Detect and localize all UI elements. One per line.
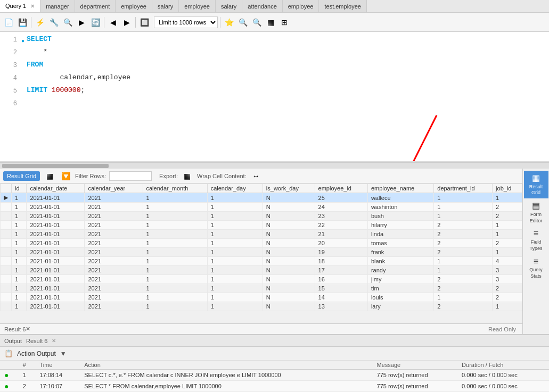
table-cell: 1 xyxy=(207,293,263,302)
table-cell: 1 xyxy=(143,293,207,302)
run-button[interactable]: ▶ xyxy=(75,16,88,29)
tab-salary1[interactable]: salary xyxy=(152,0,179,12)
table-row[interactable]: 12021-01-01202111N20tomas22 xyxy=(1,239,522,248)
table-cell: 2 xyxy=(493,212,522,221)
table-cell: 25 xyxy=(315,193,367,203)
next-button[interactable]: ▶ xyxy=(120,16,133,29)
save-button[interactable]: 💾 xyxy=(16,16,29,29)
tab-manager[interactable]: manager xyxy=(40,0,75,12)
col-header-department-id[interactable]: department_id xyxy=(434,184,493,193)
col-header-calendar-date[interactable]: calendar_date xyxy=(27,184,85,193)
table-cell: N xyxy=(263,193,315,203)
table-cell: 2021 xyxy=(85,203,143,212)
grid-icon: ▦ xyxy=(525,173,547,184)
panel-button[interactable]: ▦ xyxy=(264,16,277,29)
action-output-dropdown[interactable]: ▼ xyxy=(60,350,67,357)
col-header-job-id[interactable]: job_id xyxy=(493,184,522,193)
refresh-button[interactable]: 🔄 xyxy=(89,16,102,29)
table-row[interactable]: 12021-01-01202111N16jimy23 xyxy=(1,275,522,284)
table-cell: 1 xyxy=(143,212,207,221)
result-close-icon[interactable]: ✕ xyxy=(26,326,30,332)
snippet-button[interactable]: ⊞ xyxy=(278,16,291,29)
table-cell: 2 xyxy=(493,293,522,302)
bookmark-button[interactable]: ⭐ xyxy=(223,16,235,29)
col-header-is-work-day[interactable]: is_work_day xyxy=(263,184,315,193)
table-row[interactable]: 12021-01-01202111N18blank14 xyxy=(1,257,522,266)
table-cell: 1 xyxy=(143,239,207,248)
table-row[interactable]: 12021-01-01202111N15tim22 xyxy=(1,284,522,293)
output-message: 775 row(s) returned xyxy=(373,381,458,392)
col-header-employee-id[interactable]: employee_id xyxy=(315,184,367,193)
table-cell: 2021 xyxy=(85,302,143,311)
table-row[interactable]: ▶12021-01-01202111N25wallece11 xyxy=(1,193,522,203)
table-cell: 1 xyxy=(12,293,27,302)
line-num-3: 3 xyxy=(4,60,17,71)
search-button[interactable]: 🔍 xyxy=(250,16,263,29)
export-btn[interactable]: ▦ xyxy=(181,170,194,182)
sidebar-field-types-btn[interactable]: ≡ Field Types xyxy=(524,226,548,254)
table-cell: 2 xyxy=(434,239,493,248)
editor-scrollbar[interactable] xyxy=(0,162,549,169)
tab-employee1[interactable]: employee xyxy=(116,0,152,12)
table-cell: 1 xyxy=(493,302,522,311)
table-row[interactable]: 12021-01-01202111N14louis12 xyxy=(1,293,522,302)
editor-area[interactable]: 1 ● SELECT 2 ● * 3 ● FROM 4 ● calendar,e… xyxy=(0,32,549,162)
grid-view-button[interactable]: ▦ xyxy=(43,170,56,182)
col-header-calendar-day[interactable]: calendar_day xyxy=(207,184,263,193)
output-tab-close[interactable]: ✕ xyxy=(52,338,56,344)
table-row[interactable]: 12021-01-01202111N17randy13 xyxy=(1,266,522,275)
output-time: 17:08:14 xyxy=(35,370,80,381)
tab-query1[interactable]: Query 1 ✕ xyxy=(0,0,40,12)
prev-button[interactable]: ◀ xyxy=(106,16,119,29)
table-cell: 2 xyxy=(434,275,493,284)
tab-department-label: department xyxy=(80,3,110,10)
tab-employee2[interactable]: employee xyxy=(179,0,216,12)
grid-section: Result Grid ▦ 🔽 Filter Rows: Export: ▦ W… xyxy=(0,169,522,334)
table-cell: 2021 xyxy=(85,212,143,221)
table-cell: tim xyxy=(367,284,433,293)
filter-icon-button[interactable]: 🔽 xyxy=(59,170,72,182)
table-cell: washinton xyxy=(367,203,433,212)
tab-employee2-label: employee xyxy=(184,3,210,10)
table-cell: 1 xyxy=(207,275,263,284)
sidebar-form-editor-btn[interactable]: ▤ Form Editor xyxy=(524,198,548,226)
table-row[interactable]: 12021-01-01202111N21linda21 xyxy=(1,230,522,239)
tab-department[interactable]: department xyxy=(75,0,116,12)
table-cell: 1 xyxy=(143,248,207,257)
output-tab[interactable]: Result 6 xyxy=(26,338,47,344)
table-cell: 1 xyxy=(207,221,263,230)
col-header-calendar-month[interactable]: calendar_month xyxy=(143,184,207,193)
output-status-icon: ● xyxy=(0,381,19,392)
execute-button[interactable]: ⚡ xyxy=(34,16,46,29)
table-cell: N xyxy=(263,266,315,275)
stop-button[interactable]: 🔍 xyxy=(61,16,74,29)
col-header-employee-name[interactable]: employee_name xyxy=(367,184,433,193)
sidebar-result-grid-btn[interactable]: ▦ Result Grid xyxy=(524,171,548,198)
table-cell: 1 xyxy=(207,266,263,275)
editor-line-6: 6 ● xyxy=(0,98,549,111)
table-row[interactable]: 12021-01-01202111N24washinton12 xyxy=(1,203,522,212)
tab-testemployee[interactable]: test.employee xyxy=(319,0,366,12)
explain-button[interactable]: 🔧 xyxy=(47,16,60,29)
find-button[interactable]: 🔍 xyxy=(236,16,249,29)
filter-input[interactable] xyxy=(109,171,152,181)
result-grid-tab[interactable]: Result Grid xyxy=(3,171,40,181)
tab-salary2[interactable]: salary xyxy=(216,0,242,12)
table-row[interactable]: 12021-01-01202111N19frank21 xyxy=(1,248,522,257)
wrap-btn[interactable]: ↔ xyxy=(250,170,263,182)
table-row[interactable]: 12021-01-01202111N13lary21 xyxy=(1,302,522,311)
table-cell: 1 xyxy=(12,193,27,203)
table-row[interactable]: 12021-01-01202111N22hilarry21 xyxy=(1,221,522,230)
grid-wrapper[interactable]: id calendar_date calendar_year calendar_… xyxy=(0,184,522,323)
new-tab-button[interactable]: 📄 xyxy=(2,16,15,29)
col-header-id[interactable]: id xyxy=(12,184,27,193)
col-header-calendar-year[interactable]: calendar_year xyxy=(85,184,143,193)
tab-employee3[interactable]: employee xyxy=(283,0,319,12)
sidebar-query-stats-btn[interactable]: ≡ Query Stats xyxy=(524,254,548,282)
tab-attendance[interactable]: attendance xyxy=(242,0,282,12)
tab-query1-close[interactable]: ✕ xyxy=(30,3,35,9)
format-button[interactable]: 🔲 xyxy=(138,16,151,29)
line-num-6: 6 xyxy=(4,98,17,109)
limit-select[interactable]: Limit to 1000 rows Limit to 200 rows Don… xyxy=(154,16,218,28)
table-row[interactable]: 12021-01-01202111N23bush12 xyxy=(1,212,522,221)
